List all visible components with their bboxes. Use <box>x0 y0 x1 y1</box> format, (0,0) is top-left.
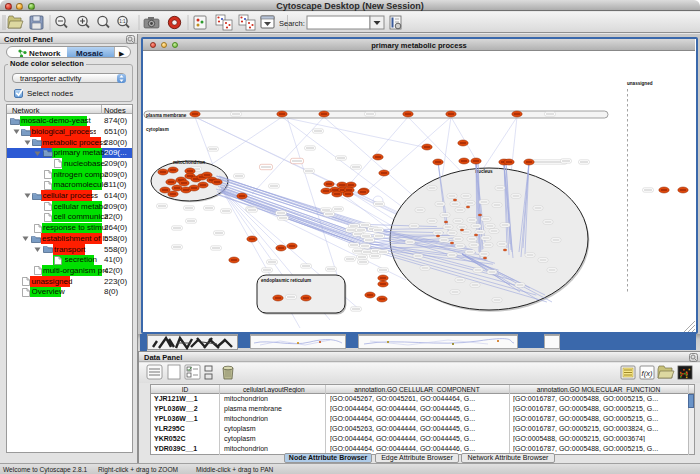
svg-text:plasma membrane: plasma membrane <box>146 113 187 118</box>
svg-text:f(x): f(x) <box>642 369 653 378</box>
svg-text:endoplasmic reticulum: endoplasmic reticulum <box>261 278 311 283</box>
svg-text:unassigned: unassigned <box>627 81 653 86</box>
svg-text:1:1: 1:1 <box>119 19 126 24</box>
svg-text:Search:: Search: <box>279 19 305 28</box>
svg-text:cytoplasm: cytoplasm <box>146 127 169 132</box>
svg-text:mitochondrion: mitochondrion <box>173 160 205 165</box>
